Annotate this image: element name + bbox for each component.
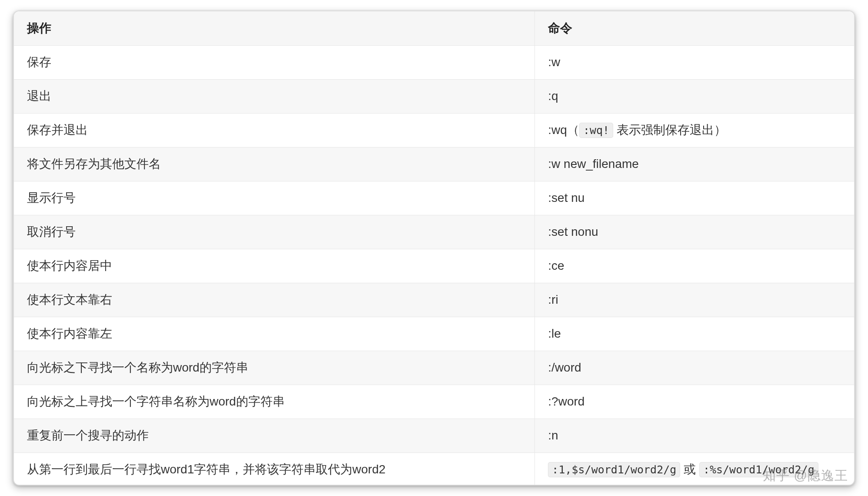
cell-command: :set nonu [535, 215, 854, 249]
inline-code: :wq! [579, 123, 613, 138]
cell-operation: 使本行文本靠右 [14, 283, 535, 317]
table-row: 从第一行到最后一行寻找word1字符串，并将该字符串取代为word2:1,$s/… [14, 452, 854, 486]
table-row: 使本行内容靠左:le [14, 317, 854, 351]
cell-command: :le [535, 317, 854, 351]
table-row: 显示行号:set nu [14, 181, 854, 215]
cell-operation: 从第一行到最后一行寻找word1字符串，并将该字符串取代为word2 [14, 452, 535, 486]
cell-command: :ce [535, 249, 854, 283]
cell-command: :w new_filename [535, 147, 854, 181]
cell-operation: 向光标之上寻找一个字符串名称为word的字符串 [14, 385, 535, 419]
cell-command: :?word [535, 385, 854, 419]
inline-code: :1,$s/word1/word2/g [548, 462, 680, 477]
table-header-row: 操作 命令 [14, 11, 854, 45]
header-command: 命令 [535, 11, 854, 45]
cell-operation: 保存 [14, 45, 535, 79]
header-operation: 操作 [14, 11, 535, 45]
cell-operation: 将文件另存为其他文件名 [14, 147, 535, 181]
table-row: 保存:w [14, 45, 854, 79]
cell-command: :set nu [535, 181, 854, 215]
cell-operation: 重复前一个搜寻的动作 [14, 419, 535, 452]
table-row: 使本行内容居中:ce [14, 249, 854, 283]
cell-operation: 使本行内容居中 [14, 249, 535, 283]
cell-operation: 显示行号 [14, 181, 535, 215]
table-row: 向光标之下寻找一个名称为word的字符串:/word [14, 351, 854, 385]
cell-operation: 取消行号 [14, 215, 535, 249]
table-row: 使本行文本靠右:ri [14, 283, 854, 317]
inline-code: :%s/word1/word2/g [699, 462, 818, 477]
table-row: 向光标之上寻找一个字符串名称为word的字符串:?word [14, 385, 854, 419]
cell-operation: 使本行内容靠左 [14, 317, 535, 351]
cell-command: :wq（:wq! 表示强制保存退出） [535, 113, 854, 147]
cell-command: :n [535, 419, 854, 452]
vim-commands-table-container: 操作 命令 保存:w退出:q保存并退出:wq（:wq! 表示强制保存退出）将文件… [13, 10, 855, 486]
cell-command: :ri [535, 283, 854, 317]
table-row: 取消行号:set nonu [14, 215, 854, 249]
cell-operation: 向光标之下寻找一个名称为word的字符串 [14, 351, 535, 385]
table-row: 将文件另存为其他文件名:w new_filename [14, 147, 854, 181]
table-row: 退出:q [14, 79, 854, 113]
cell-command: :q [535, 79, 854, 113]
cell-command: :w [535, 45, 854, 79]
vim-commands-table: 操作 命令 保存:w退出:q保存并退出:wq（:wq! 表示强制保存退出）将文件… [14, 11, 854, 486]
table-row: 重复前一个搜寻的动作:n [14, 419, 854, 452]
cell-operation: 退出 [14, 79, 535, 113]
cell-command: :1,$s/word1/word2/g 或 :%s/word1/word2/g [535, 452, 854, 486]
table-row: 保存并退出:wq（:wq! 表示强制保存退出） [14, 113, 854, 147]
cell-operation: 保存并退出 [14, 113, 535, 147]
cell-command: :/word [535, 351, 854, 385]
